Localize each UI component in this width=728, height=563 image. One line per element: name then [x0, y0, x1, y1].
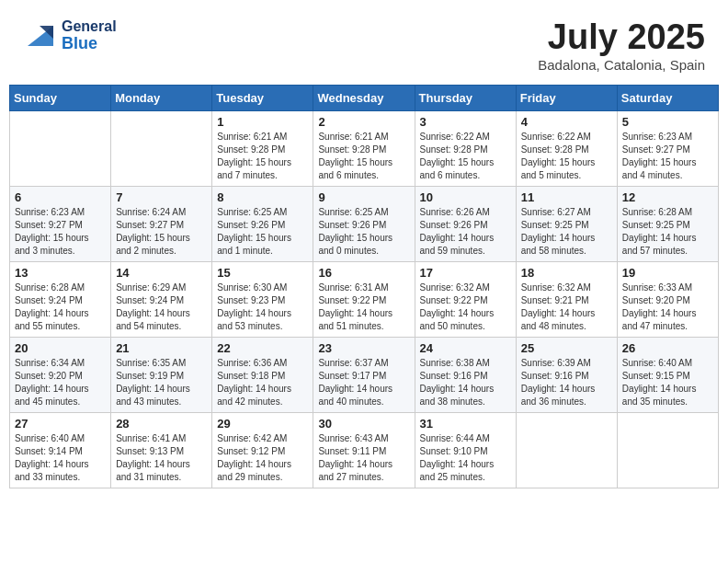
- weekday-header-monday: Monday: [111, 85, 212, 110]
- calendar-cell: 4Sunrise: 6:22 AMSunset: 9:28 PMDaylight…: [516, 110, 617, 186]
- day-content: Sunrise: 6:26 AMSunset: 9:26 PMDaylight:…: [420, 206, 511, 258]
- logo-general: General: [62, 18, 117, 35]
- day-number: 21: [116, 341, 207, 355]
- day-number: 31: [420, 417, 511, 431]
- day-number: 28: [116, 417, 207, 431]
- calendar-cell: 26Sunrise: 6:40 AMSunset: 9:15 PMDayligh…: [617, 337, 718, 412]
- day-number: 10: [420, 190, 511, 204]
- calendar-cell: [111, 110, 212, 186]
- day-content: Sunrise: 6:40 AMSunset: 9:15 PMDaylight:…: [622, 357, 713, 408]
- calendar-cell: 21Sunrise: 6:35 AMSunset: 9:19 PMDayligh…: [111, 337, 212, 412]
- calendar-cell: 24Sunrise: 6:38 AMSunset: 9:16 PMDayligh…: [415, 337, 516, 412]
- day-number: 12: [622, 190, 713, 204]
- day-number: 11: [521, 190, 612, 204]
- calendar-cell: 20Sunrise: 6:34 AMSunset: 9:20 PMDayligh…: [10, 337, 111, 412]
- day-number: 9: [318, 190, 409, 204]
- day-number: 13: [15, 266, 106, 280]
- week-row-3: 13Sunrise: 6:28 AMSunset: 9:24 PMDayligh…: [10, 261, 719, 337]
- day-content: Sunrise: 6:28 AMSunset: 9:24 PMDaylight:…: [15, 282, 106, 333]
- calendar-cell: 28Sunrise: 6:41 AMSunset: 9:13 PMDayligh…: [111, 412, 212, 488]
- day-number: 7: [116, 190, 207, 204]
- calendar-cell: 17Sunrise: 6:32 AMSunset: 9:22 PMDayligh…: [415, 261, 516, 337]
- day-number: 30: [318, 417, 409, 431]
- day-content: Sunrise: 6:35 AMSunset: 9:19 PMDaylight:…: [116, 357, 207, 408]
- day-content: Sunrise: 6:34 AMSunset: 9:20 PMDaylight:…: [15, 357, 106, 408]
- calendar-cell: 22Sunrise: 6:36 AMSunset: 9:18 PMDayligh…: [212, 337, 313, 412]
- day-content: Sunrise: 6:25 AMSunset: 9:26 PMDaylight:…: [318, 206, 409, 258]
- calendar-cell: [10, 110, 111, 186]
- location: Badalona, Catalonia, Spain: [538, 57, 705, 73]
- day-number: 3: [420, 115, 511, 129]
- calendar-cell: 19Sunrise: 6:33 AMSunset: 9:20 PMDayligh…: [617, 261, 718, 337]
- day-content: Sunrise: 6:25 AMSunset: 9:26 PMDaylight:…: [217, 206, 308, 258]
- day-content: Sunrise: 6:37 AMSunset: 9:17 PMDaylight:…: [318, 357, 409, 408]
- calendar-cell: 7Sunrise: 6:24 AMSunset: 9:27 PMDaylight…: [111, 186, 212, 261]
- day-content: Sunrise: 6:27 AMSunset: 9:25 PMDaylight:…: [521, 206, 612, 258]
- calendar-cell: [516, 412, 617, 488]
- day-number: 25: [521, 341, 612, 355]
- day-number: 18: [521, 266, 612, 280]
- day-number: 29: [217, 417, 308, 431]
- day-number: 17: [420, 266, 511, 280]
- day-content: Sunrise: 6:33 AMSunset: 9:20 PMDaylight:…: [622, 282, 713, 333]
- day-number: 15: [217, 266, 308, 280]
- day-content: Sunrise: 6:21 AMSunset: 9:28 PMDaylight:…: [217, 131, 308, 182]
- calendar-cell: 18Sunrise: 6:32 AMSunset: 9:21 PMDayligh…: [516, 261, 617, 337]
- calendar-cell: 10Sunrise: 6:26 AMSunset: 9:26 PMDayligh…: [415, 186, 516, 261]
- logo-icon: [23, 18, 58, 53]
- day-number: 1: [217, 115, 308, 129]
- day-content: Sunrise: 6:23 AMSunset: 9:27 PMDaylight:…: [15, 206, 106, 258]
- calendar-cell: 27Sunrise: 6:40 AMSunset: 9:14 PMDayligh…: [10, 412, 111, 488]
- day-content: Sunrise: 6:28 AMSunset: 9:25 PMDaylight:…: [622, 206, 713, 258]
- page-header: General Blue July 2025 Badalona, Catalon…: [9, 9, 719, 77]
- day-content: Sunrise: 6:39 AMSunset: 9:16 PMDaylight:…: [521, 357, 612, 408]
- calendar-cell: 1Sunrise: 6:21 AMSunset: 9:28 PMDaylight…: [212, 110, 313, 186]
- calendar-cell: 2Sunrise: 6:21 AMSunset: 9:28 PMDaylight…: [313, 110, 415, 186]
- day-content: Sunrise: 6:32 AMSunset: 9:21 PMDaylight:…: [521, 282, 612, 333]
- day-content: Sunrise: 6:41 AMSunset: 9:13 PMDaylight:…: [116, 432, 207, 484]
- day-content: Sunrise: 6:23 AMSunset: 9:27 PMDaylight:…: [622, 131, 713, 182]
- calendar-cell: 14Sunrise: 6:29 AMSunset: 9:24 PMDayligh…: [111, 261, 212, 337]
- weekday-header-row: SundayMondayTuesdayWednesdayThursdayFrid…: [10, 85, 719, 110]
- calendar-cell: 5Sunrise: 6:23 AMSunset: 9:27 PMDaylight…: [617, 110, 718, 186]
- day-content: Sunrise: 6:44 AMSunset: 9:10 PMDaylight:…: [420, 432, 511, 484]
- calendar-cell: 12Sunrise: 6:28 AMSunset: 9:25 PMDayligh…: [617, 186, 718, 261]
- calendar-cell: 31Sunrise: 6:44 AMSunset: 9:10 PMDayligh…: [415, 412, 516, 488]
- weekday-header-friday: Friday: [516, 85, 617, 110]
- day-number: 5: [622, 115, 713, 129]
- day-content: Sunrise: 6:21 AMSunset: 9:28 PMDaylight:…: [318, 131, 409, 182]
- day-content: Sunrise: 6:24 AMSunset: 9:27 PMDaylight:…: [116, 206, 207, 258]
- day-number: 23: [318, 341, 409, 355]
- calendar-cell: 13Sunrise: 6:28 AMSunset: 9:24 PMDayligh…: [10, 261, 111, 337]
- logo-text: General Blue: [62, 18, 117, 52]
- day-content: Sunrise: 6:42 AMSunset: 9:12 PMDaylight:…: [217, 432, 308, 484]
- logo: General Blue: [23, 18, 117, 53]
- calendar-cell: 29Sunrise: 6:42 AMSunset: 9:12 PMDayligh…: [212, 412, 313, 488]
- day-number: 26: [622, 341, 713, 355]
- day-content: Sunrise: 6:22 AMSunset: 9:28 PMDaylight:…: [521, 131, 612, 182]
- day-number: 20: [15, 341, 106, 355]
- day-number: 16: [318, 266, 409, 280]
- day-content: Sunrise: 6:29 AMSunset: 9:24 PMDaylight:…: [116, 282, 207, 333]
- calendar-cell: 6Sunrise: 6:23 AMSunset: 9:27 PMDaylight…: [10, 186, 111, 261]
- day-content: Sunrise: 6:32 AMSunset: 9:22 PMDaylight:…: [420, 282, 511, 333]
- day-number: 14: [116, 266, 207, 280]
- week-row-2: 6Sunrise: 6:23 AMSunset: 9:27 PMDaylight…: [10, 186, 719, 261]
- day-content: Sunrise: 6:38 AMSunset: 9:16 PMDaylight:…: [420, 357, 511, 408]
- week-row-4: 20Sunrise: 6:34 AMSunset: 9:20 PMDayligh…: [10, 337, 719, 412]
- calendar-table: SundayMondayTuesdayWednesdayThursdayFrid…: [9, 85, 719, 488]
- week-row-5: 27Sunrise: 6:40 AMSunset: 9:14 PMDayligh…: [10, 412, 719, 488]
- calendar-cell: 8Sunrise: 6:25 AMSunset: 9:26 PMDaylight…: [212, 186, 313, 261]
- weekday-header-wednesday: Wednesday: [313, 85, 415, 110]
- calendar-cell: 9Sunrise: 6:25 AMSunset: 9:26 PMDaylight…: [313, 186, 415, 261]
- calendar-cell: 25Sunrise: 6:39 AMSunset: 9:16 PMDayligh…: [516, 337, 617, 412]
- day-content: Sunrise: 6:22 AMSunset: 9:28 PMDaylight:…: [420, 131, 511, 182]
- month-title: July 2025: [538, 18, 705, 57]
- weekday-header-saturday: Saturday: [617, 85, 718, 110]
- day-number: 24: [420, 341, 511, 355]
- day-number: 22: [217, 341, 308, 355]
- weekday-header-thursday: Thursday: [415, 85, 516, 110]
- day-content: Sunrise: 6:31 AMSunset: 9:22 PMDaylight:…: [318, 282, 409, 333]
- calendar-cell: 15Sunrise: 6:30 AMSunset: 9:23 PMDayligh…: [212, 261, 313, 337]
- weekday-header-sunday: Sunday: [10, 85, 111, 110]
